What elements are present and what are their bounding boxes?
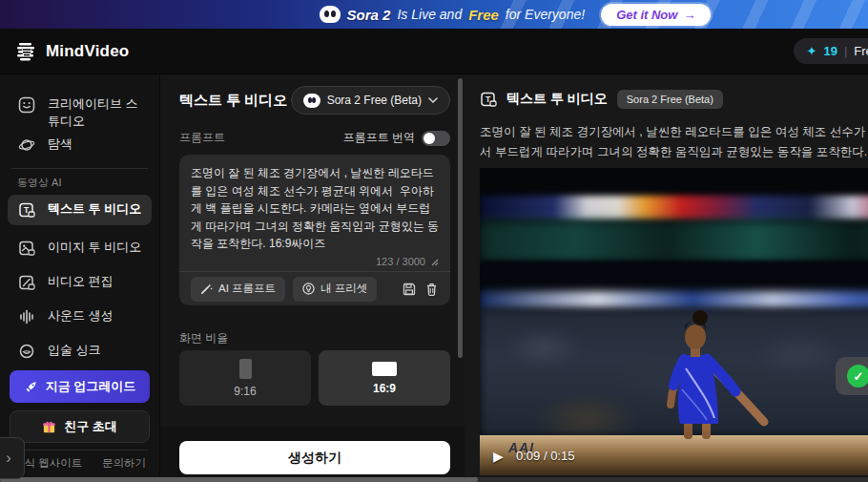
video-time: 0:09 / 0:15 xyxy=(516,449,574,463)
composer-footer: 생성하기 xyxy=(160,427,465,482)
upgrade-now-button[interactable]: 지금 업그레이드 xyxy=(10,370,150,403)
horizontal-scrollbar-thumb[interactable] xyxy=(0,477,478,482)
image-to-video-icon xyxy=(17,239,36,258)
horizontal-scrollbar[interactable] xyxy=(0,477,868,482)
sidebar-item-lip-sync[interactable]: 입술 싱크 xyxy=(8,336,152,367)
save-icon xyxy=(402,282,417,297)
lips-icon xyxy=(17,342,36,361)
upgrade-label: 지금 업그레이드 xyxy=(46,378,136,395)
prompt-input-box: 조명이 잘 된 체조 경기장에서 , 날씬한 레오타드를 입은 여성 체조 선수… xyxy=(179,155,450,305)
app-header: MindVideo ✦ 19 | Free xyxy=(0,29,868,74)
explore-icon xyxy=(17,136,36,155)
portrait-shape-icon xyxy=(239,359,252,379)
credits-count: 19 xyxy=(823,44,837,58)
composer-title: 텍스트 투 비디오 xyxy=(179,92,287,110)
success-notification-fab[interactable]: ✓ xyxy=(836,357,868,395)
sidebar: 크리에이티브 스튜디오 탐색 동영상 AI T 텍스트 투 비디오 이미지 투 … xyxy=(0,74,160,482)
sidebar-item-label: 탐색 xyxy=(48,136,72,153)
sidebar-item-creative-studio[interactable]: 크리에이티브 스튜디오 xyxy=(8,90,152,135)
prompt-translate-label: 프롬프트 번역 xyxy=(343,130,415,146)
sidebar-footer: 공식 웹사이트 문의하기 xyxy=(13,456,146,471)
result-panel: T 텍스트 투 비디오 Sora 2 Free (Beta) 조명이 잘 된 체… xyxy=(465,74,868,482)
generated-video-player[interactable]: AAI xyxy=(480,168,868,475)
result-prompt-text: 조명이 잘 된 체조 경기장에서 , 날씬한 레오타드를 입은 여성 체조 선수… xyxy=(480,122,868,161)
composer-scrollbar[interactable] xyxy=(458,78,463,358)
ratio-label-16-9: 16:9 xyxy=(373,382,396,395)
char-counter: 123 / 3000 xyxy=(376,256,425,267)
sidebar-item-text-to-video[interactable]: T 텍스트 투 비디오 xyxy=(8,195,152,225)
sidebar-divider xyxy=(11,168,148,169)
chevron-down-icon xyxy=(428,97,438,103)
ai-prompt-button[interactable]: AI 프롬프트 xyxy=(191,277,285,302)
sound-wave-icon xyxy=(17,307,36,326)
creative-studio-icon xyxy=(17,95,36,115)
save-prompt-button[interactable] xyxy=(402,282,417,297)
magic-wand-icon xyxy=(200,283,213,295)
text-to-video-icon: T xyxy=(480,91,497,108)
cta-label: Get it Now xyxy=(616,8,677,22)
gift-icon xyxy=(42,420,56,434)
banner-message-tail: for Everyone! xyxy=(506,7,585,22)
plan-label: Free xyxy=(854,44,868,58)
model-selector-dropdown[interactable]: Sora 2 Free (Beta) xyxy=(291,86,450,115)
sidebar-item-label: 크리에이티브 스튜디오 xyxy=(48,95,142,129)
aspect-ratio-label: 화면 비율 xyxy=(179,330,228,346)
arrow-right-icon: → xyxy=(683,8,695,22)
result-prompt-line: 조명이 잘 된 체조 경기장에서 , 날씬한 레오타드를 입은 여성 체조 선수… xyxy=(480,122,868,142)
sidebar-item-explore[interactable]: 탐색 xyxy=(8,130,152,160)
ratio-option-16-9[interactable]: 16:9 xyxy=(319,350,450,406)
sidebar-item-sound-generate[interactable]: 사운드 생성 xyxy=(8,302,152,332)
sidebar-item-label: 사운드 생성 xyxy=(48,307,114,325)
delete-prompt-button[interactable] xyxy=(424,282,439,297)
panel-collapse-handle[interactable]: › xyxy=(0,437,25,479)
banner-product-name: Sora 2 xyxy=(347,7,391,23)
invite-label: 친구 초대 xyxy=(64,418,117,435)
credits-plan-pill[interactable]: ✦ 19 | Free xyxy=(794,38,868,64)
sidebar-divider xyxy=(11,450,148,451)
my-preset-label: 내 프리셋 xyxy=(320,282,367,296)
contact-us-link[interactable]: 문의하기 xyxy=(102,456,146,471)
get-it-now-button[interactable]: Get it Now → xyxy=(601,4,711,26)
rocket-icon xyxy=(24,380,38,394)
ratio-label-9-16: 9:16 xyxy=(234,385,256,398)
brand-logo[interactable]: MindVideo xyxy=(15,40,129,63)
prompt-label: 프롬프트 xyxy=(179,130,225,146)
check-icon: ✓ xyxy=(847,365,868,388)
banner-free-highlight: Free xyxy=(468,7,499,23)
video-edit-icon xyxy=(17,273,36,292)
brand-name: MindVideo xyxy=(46,42,129,61)
prompt-actions-bar: AI 프롬프트 내 프리셋 xyxy=(179,271,450,305)
text-to-video-composer: 텍스트 투 비디오 Sora 2 Free (Beta) 프롬프트 프롬프트 번… xyxy=(160,74,465,482)
sidebar-item-label: 입술 싱크 xyxy=(48,342,101,359)
banner-message: Is Live and xyxy=(397,7,462,22)
sidebar-item-video-edit[interactable]: 비디오 편집 xyxy=(8,267,152,298)
trash-icon xyxy=(424,282,439,297)
model-selector-label: Sora 2 Free (Beta) xyxy=(327,94,422,107)
invite-friends-button[interactable]: 친구 초대 xyxy=(10,410,150,443)
prompt-translate-toggle[interactable] xyxy=(422,131,450,146)
sora-ghost-icon xyxy=(320,6,341,23)
result-title: 텍스트 투 비디오 xyxy=(506,91,608,108)
mindvideo-logo-icon xyxy=(15,40,38,63)
toggle-knob xyxy=(424,133,435,144)
sidebar-item-image-to-video[interactable]: 이미지 투 비디오 xyxy=(8,233,152,263)
chevron-right-icon: › xyxy=(6,450,10,467)
prompt-textarea[interactable]: 조명이 잘 된 체조 경기장에서 , 날씬한 레오타드를 입은 여성 체조 선수… xyxy=(191,164,439,253)
resize-grip-icon[interactable] xyxy=(430,258,439,266)
sidebar-item-label: 비디오 편집 xyxy=(48,273,114,290)
text-to-video-icon: T xyxy=(17,200,36,220)
sidebar-item-label: 텍스트 투 비디오 xyxy=(48,200,141,218)
sparkle-icon: ✦ xyxy=(807,44,817,58)
ratio-option-9-16[interactable]: 9:16 xyxy=(179,350,311,406)
promo-banner: Sora 2 Is Live and Free for Everyone! Ge… xyxy=(0,0,868,29)
generate-button[interactable]: 생성하기 xyxy=(179,441,450,474)
sidebar-section-label: 동영상 AI xyxy=(17,176,61,190)
sora-ghost-icon xyxy=(303,94,320,108)
play-button[interactable]: ▶ xyxy=(493,449,504,464)
my-preset-button[interactable]: 내 프리셋 xyxy=(293,277,377,302)
sidebar-item-label: 이미지 투 비디오 xyxy=(48,239,141,256)
landscape-shape-icon xyxy=(372,362,397,376)
result-prompt-line: 서 부드럽게 따라가며 그녀의 정확한 움직임과 균형있는 동작을 포착한다. … xyxy=(480,142,868,162)
model-badge: Sora 2 Free (Beta) xyxy=(617,90,723,109)
video-controls-overlay: ▶ 0:09 / 0:15 xyxy=(480,426,868,475)
